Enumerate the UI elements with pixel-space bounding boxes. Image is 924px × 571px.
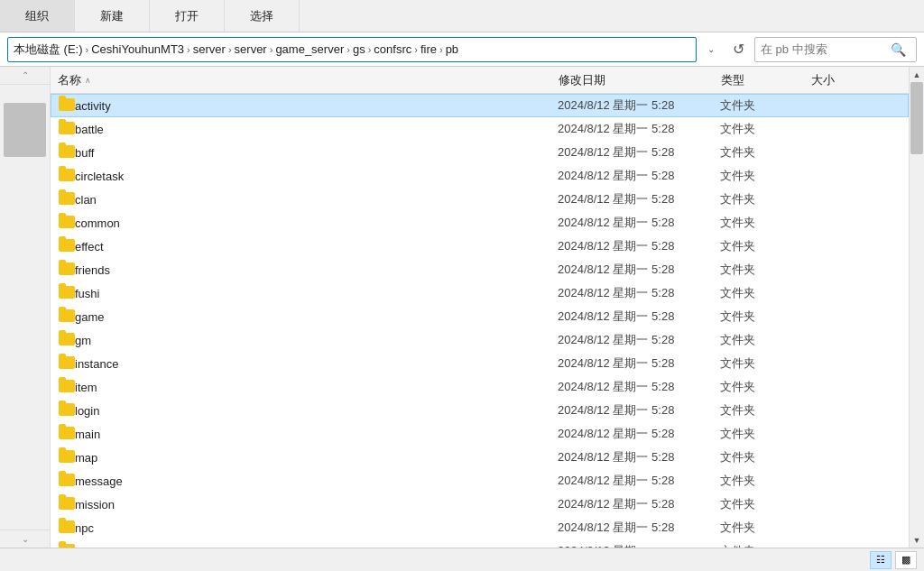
status-bar: ☷ ▩ [0, 548, 924, 571]
left-scroll-down[interactable]: ⌄ [0, 530, 50, 548]
folder-icon [59, 122, 75, 137]
column-type[interactable]: 类型 [721, 72, 811, 88]
file-type: 文件夹 [720, 262, 810, 278]
folder-icon [59, 427, 75, 442]
table-row[interactable]: main2024/8/12 星期一 5:28文件夹 [51, 422, 909, 446]
file-date: 2024/8/12 星期一 5:28 [558, 473, 720, 489]
file-name: login [75, 404, 558, 418]
table-row[interactable]: common2024/8/12 星期一 5:28文件夹 [51, 211, 909, 235]
toolbar-btn-选择[interactable]: 选择 [225, 0, 300, 32]
table-row[interactable]: mission2024/8/12 星期一 5:28文件夹 [51, 493, 909, 516]
file-date: 2024/8/12 星期一 5:28 [558, 285, 720, 301]
table-row[interactable]: friends2024/8/12 星期一 5:28文件夹 [51, 258, 909, 281]
toolbar-btn-打开[interactable]: 打开 [150, 0, 225, 32]
path-item-server[interactable]: server [235, 42, 267, 56]
scroll-down-button[interactable]: ▼ [910, 532, 924, 548]
table-row[interactable]: activity2024/8/12 星期一 5:28文件夹 [51, 94, 909, 117]
table-row[interactable]: buff2024/8/12 星期一 5:28文件夹 [51, 141, 909, 164]
path-separator: › [346, 44, 350, 55]
toolbar-btn-组织[interactable]: 组织 [0, 0, 75, 32]
file-name: battle [75, 123, 558, 136]
address-bar: 本地磁盘 (E:)›CeshiYouhunMT3›server›server›g… [0, 32, 924, 67]
path-item-______E__[interactable]: 本地磁盘 (E:) [14, 41, 83, 58]
file-name: activity [75, 99, 558, 113]
path-item-pb[interactable]: pb [446, 42, 458, 56]
left-scrollbar[interactable] [0, 85, 50, 530]
file-name: mission [75, 498, 558, 511]
file-type: 文件夹 [720, 168, 810, 184]
toolbar-btn-新建[interactable]: 新建 [75, 0, 150, 32]
table-row[interactable]: fushi2024/8/12 星期一 5:28文件夹 [51, 281, 909, 305]
file-date: 2024/8/12 星期一 5:28 [558, 496, 720, 512]
file-date: 2024/8/12 星期一 5:28 [558, 97, 720, 114]
table-row[interactable]: login2024/8/12 星期一 5:28文件夹 [51, 399, 909, 422]
file-name: circletask [75, 170, 558, 183]
table-row[interactable]: clan2024/8/12 星期一 5:28文件夹 [51, 188, 909, 211]
file-type: 文件夹 [720, 191, 810, 207]
search-input[interactable] [761, 42, 887, 56]
file-name: fushi [75, 287, 558, 300]
left-scroll-thumb [4, 103, 46, 157]
file-type: 文件夹 [720, 426, 810, 442]
path-item-game_server[interactable]: game_server [275, 42, 344, 56]
table-row[interactable]: circletask2024/8/12 星期一 5:28文件夹 [51, 164, 909, 188]
path-item-confsrc[interactable]: confsrc [374, 42, 411, 56]
file-date: 2024/8/12 星期一 5:28 [558, 520, 720, 536]
file-name: buff [75, 146, 558, 160]
table-row[interactable]: effect2024/8/12 星期一 5:28文件夹 [51, 235, 909, 258]
path-separator: › [414, 44, 418, 55]
file-name: main [75, 428, 558, 441]
path-separator: › [368, 44, 372, 55]
column-name[interactable]: 名称 ∧ [58, 72, 559, 88]
file-name: clan [75, 193, 558, 207]
file-type: 文件夹 [720, 97, 810, 114]
path-item-server[interactable]: server [193, 42, 226, 56]
search-box: 🔍 [754, 37, 917, 62]
table-row[interactable]: map2024/8/12 星期一 5:28文件夹 [51, 446, 909, 469]
path-item-gs[interactable]: gs [353, 42, 365, 56]
table-row[interactable]: ...2024/8/12 星期一...文件夹 [51, 539, 909, 548]
table-row[interactable]: game2024/8/12 星期一 5:28文件夹 [51, 305, 909, 328]
refresh-button[interactable]: ↺ [725, 37, 751, 62]
left-scroll-up[interactable]: ⌃ [0, 67, 50, 85]
file-name: item [75, 381, 558, 394]
scroll-track[interactable] [910, 82, 924, 532]
file-name: effect [75, 240, 558, 253]
path-separator: › [187, 44, 190, 55]
path-item-fire[interactable]: fire [420, 42, 437, 56]
file-type: 文件夹 [720, 379, 810, 395]
file-date: 2024/8/12 星期一 5:28 [558, 121, 720, 137]
folder-icon [59, 544, 75, 548]
table-row[interactable]: battle2024/8/12 星期一 5:28文件夹 [51, 117, 909, 141]
address-dropdown-btn[interactable]: ⌄ [700, 37, 722, 62]
table-row[interactable]: item2024/8/12 星期一 5:28文件夹 [51, 375, 909, 399]
file-name: gm [75, 334, 558, 347]
file-type: 文件夹 [720, 355, 810, 372]
column-date[interactable]: 修改日期 [559, 72, 721, 88]
folder-icon [59, 286, 75, 301]
path-separator: › [439, 44, 443, 55]
path-item-CeshiYouhunMT3[interactable]: CeshiYouhunMT3 [91, 42, 184, 56]
file-date: 2024/8/12 星期一 5:28 [558, 449, 720, 465]
table-row[interactable]: npc2024/8/12 星期一 5:28文件夹 [51, 516, 909, 539]
address-path[interactable]: 本地磁盘 (E:)›CeshiYouhunMT3›server›server›g… [7, 37, 697, 62]
column-size[interactable]: 大小 [811, 72, 901, 88]
path-separator: › [228, 44, 232, 55]
view-large-button[interactable]: ▩ [895, 551, 917, 569]
folder-icon [59, 145, 75, 161]
file-type: 文件夹 [720, 520, 810, 536]
file-date: 2024/8/12 星期一 5:28 [558, 168, 720, 184]
table-row[interactable]: message2024/8/12 星期一 5:28文件夹 [51, 469, 909, 493]
search-icon[interactable]: 🔍 [891, 42, 906, 57]
table-row[interactable]: gm2024/8/12 星期一 5:28文件夹 [51, 328, 909, 352]
scroll-up-button[interactable]: ▲ [910, 67, 924, 82]
table-row[interactable]: instance2024/8/12 星期一 5:28文件夹 [51, 352, 909, 375]
view-detail-button[interactable]: ☷ [870, 551, 892, 569]
folder-icon [59, 309, 75, 325]
file-date: 2024/8/12 星期一 5:28 [558, 355, 720, 372]
file-date: 2024/8/12 星期一 5:28 [558, 144, 720, 161]
file-list-area: 名称 ∧ 修改日期 类型 大小 activity2024/8/12 星期一 5:… [51, 67, 909, 548]
left-panel: ⌃ ⌄ [0, 67, 51, 548]
scroll-thumb [910, 82, 923, 154]
file-list-body: activity2024/8/12 星期一 5:28文件夹battle2024/… [51, 94, 909, 548]
